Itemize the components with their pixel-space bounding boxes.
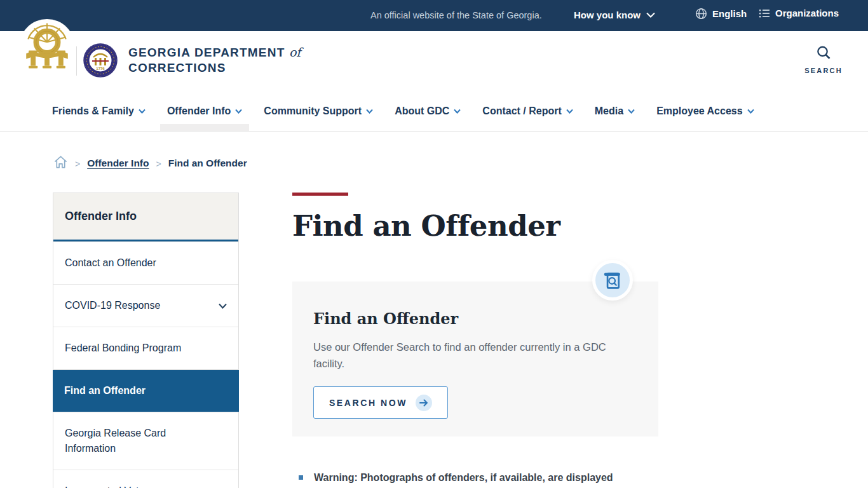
breadcrumb-separator: >	[156, 159, 161, 169]
sidebar-item-label: Federal Bonding Program	[65, 341, 181, 356]
how-you-know-label: How you know	[574, 10, 641, 20]
chevron-down-icon	[747, 109, 754, 114]
find-offender-card: Find an Offender Use our Offender Search…	[292, 281, 658, 437]
how-you-know-toggle[interactable]: How you know	[574, 10, 655, 20]
sidebar-item-find-an-offender[interactable]: Find an Offender	[53, 369, 239, 412]
arch-icon	[22, 22, 72, 72]
chevron-down-icon	[366, 109, 373, 114]
chevron-down-icon	[454, 109, 461, 114]
chevron-down-icon	[235, 109, 242, 114]
main-navigation: Friends & Family Offender Info Community…	[0, 92, 868, 132]
chevron-down-icon[interactable]	[219, 303, 227, 309]
header-search-button[interactable]: SEARCH	[802, 44, 845, 74]
chevron-down-icon	[628, 109, 635, 114]
sidebar-title: Offender Info	[53, 193, 238, 241]
home-icon[interactable]	[53, 155, 68, 172]
nav-item-contact-report[interactable]: Contact / Report	[482, 92, 573, 131]
card-description: Use our Offender Search to find an offen…	[313, 339, 626, 372]
search-now-label: SEARCH NOW	[329, 398, 407, 408]
organizations-label: Organizations	[775, 8, 839, 18]
chevron-down-icon	[646, 12, 655, 18]
warning-note: Warning: Photographs of offenders, if av…	[299, 470, 680, 485]
language-label: English	[712, 8, 747, 19]
nav-item-media[interactable]: Media	[595, 92, 635, 131]
breadcrumb-current: Find an Offender	[168, 158, 247, 169]
sidebar-item-label: Find an Offender	[64, 383, 146, 398]
arrow-right-icon	[416, 395, 432, 411]
sidebar-offender-info: Offender Info Contact an Offender COVID-…	[53, 193, 239, 488]
chevron-down-icon	[139, 109, 146, 114]
nav-item-employee-access[interactable]: Employee Access	[656, 92, 754, 131]
government-banner: An official website of the State of Geor…	[0, 0, 868, 31]
organizations-menu[interactable]: Organizations	[759, 8, 839, 18]
nav-label: Media	[595, 105, 623, 117]
card-title: Find an Offender	[313, 309, 637, 328]
chevron-down-icon	[566, 109, 573, 114]
nav-label: Employee Access	[656, 105, 742, 117]
sidebar-item-label: COVID-19 Response	[65, 298, 160, 313]
bullet-icon	[299, 475, 303, 480]
site-header: 1776 GEORGIA DEPARTMENT of CORRECTIONS S…	[0, 31, 868, 92]
breadcrumb: > Offender Info > Find an Offender	[53, 155, 247, 172]
nav-label: About GDC	[395, 105, 449, 117]
official-website-text: An official website of the State of Geor…	[370, 10, 542, 20]
page-title: Find an Offender	[292, 209, 560, 243]
search-label: SEARCH	[802, 67, 845, 74]
nav-item-community-support[interactable]: Community Support	[264, 92, 373, 131]
agency-of: of	[289, 45, 301, 59]
agency-line2: CORRECTIONS	[128, 60, 301, 76]
svg-text:1776: 1776	[96, 67, 105, 71]
language-selector[interactable]: English	[695, 8, 747, 20]
nav-label: Friends & Family	[52, 105, 134, 117]
sidebar-item-label: Contact an Offender	[65, 255, 156, 271]
list-icon	[759, 8, 770, 18]
breadcrumb-link-offender-info[interactable]: Offender Info	[87, 158, 149, 169]
agency-title[interactable]: GEORGIA DEPARTMENT of CORRECTIONS	[128, 44, 301, 76]
agency-line1: GEORGIA DEPARTMENT	[128, 46, 285, 59]
nav-label: Offender Info	[167, 105, 231, 117]
sidebar-item-contact-an-offender[interactable]: Contact an Offender	[53, 241, 238, 284]
gdc-seal: 1776	[83, 43, 118, 78]
document-search-icon	[592, 260, 633, 301]
accent-bar	[292, 193, 348, 196]
warning-text: Warning: Photographs of offenders, if av…	[314, 470, 613, 485]
header-divider	[76, 46, 77, 76]
georgia-arch-logo[interactable]	[19, 19, 75, 75]
sidebar-item-incarcerated-veterans[interactable]: Incarcerated Veterans	[53, 470, 238, 488]
sidebar-item-label: Georgia Release Card Information	[65, 426, 211, 456]
nav-label: Contact / Report	[482, 105, 561, 117]
globe-icon	[695, 8, 707, 20]
page: An official website of the State of Geor…	[0, 0, 868, 488]
sidebar-item-label: Incarcerated Veterans	[65, 484, 165, 488]
nav-item-offender-info[interactable]: Offender Info	[167, 92, 242, 131]
sidebar-item-federal-bonding-program[interactable]: Federal Bonding Program	[53, 327, 238, 369]
sidebar-item-georgia-release-card[interactable]: Georgia Release Card Information	[53, 412, 238, 470]
search-now-button[interactable]: SEARCH NOW	[313, 386, 448, 419]
nav-item-friends-family[interactable]: Friends & Family	[52, 92, 146, 131]
breadcrumb-separator: >	[75, 159, 80, 169]
search-icon	[815, 44, 832, 61]
sidebar-item-covid-19-response[interactable]: COVID-19 Response	[53, 284, 238, 327]
nav-label: Community Support	[264, 105, 362, 117]
nav-item-about-gdc[interactable]: About GDC	[395, 92, 461, 131]
